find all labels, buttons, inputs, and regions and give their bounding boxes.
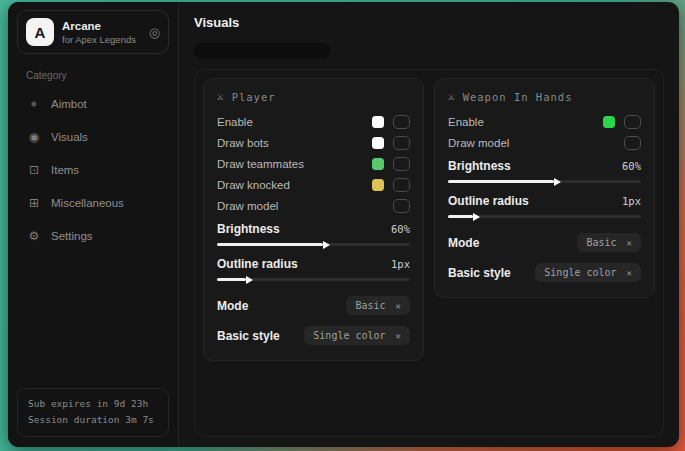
sidebar-item-label: Visuals [51,131,88,143]
sidebar-item-label: Aimbot [51,98,87,110]
eye-icon: ◉ [27,130,41,144]
slider-value: 60% [622,160,641,172]
toggle-label: Draw model [448,137,509,149]
tag-label: Basic [586,237,616,248]
select-row: Basic style Single color ✕ [448,259,641,286]
swords-icon: ⚔ [217,90,224,103]
app-window: A Arcane for Apex Legends ◎ Category ⌖ A… [8,2,679,447]
toggle-row: Draw teammates [217,153,410,174]
tag-label: Basic [355,300,385,311]
toggle-label: Enable [448,116,484,128]
select-tag[interactable]: Basic ✕ [577,233,641,252]
slider-label: Brightness [448,159,511,173]
toggle-row: Enable [217,111,410,132]
grid-icon: ⊞ [27,196,41,210]
tag-label: Single color [544,267,616,278]
slider-track[interactable] [217,278,410,281]
toggle-checkbox[interactable] [393,115,410,129]
app-name: Arcane [62,20,136,32]
tag-label: Single color [313,330,385,341]
toggle-list: Enable Draw model [448,111,641,153]
slider-fill [448,215,473,218]
slider-track[interactable] [217,243,410,246]
clear-icon[interactable]: ✕ [627,268,632,278]
toggle-row: Draw bots [217,132,410,153]
select-list: Mode Basic ✕ Basic style Single color ✕ [217,292,410,349]
slider-thumb[interactable] [323,241,330,249]
clear-icon[interactable]: ✕ [396,301,401,311]
box-icon: ⊡ [27,163,41,177]
toggle-row: Draw model [217,195,410,216]
slider-value: 60% [391,223,410,235]
session-duration-text: Session duration 3m 7s [28,412,158,429]
main-area: Visuals ⚔ Player Enable [179,2,679,447]
app-logo: A [26,18,54,46]
slider-track[interactable] [448,180,641,183]
toggle-list: Enable Draw bots [217,111,410,216]
toggle-checkbox[interactable] [393,157,410,171]
slider-value: 1px [622,195,641,207]
toggle-label: Draw bots [217,137,269,149]
gear-icon: ⚙ [27,229,41,243]
color-swatch[interactable] [603,116,615,128]
select-row: Basic style Single color ✕ [217,322,410,349]
color-swatch[interactable] [372,179,384,191]
sidebar-item-label: Items [51,164,79,176]
clear-icon[interactable]: ✕ [627,238,632,248]
slider-list: Brightness 60% Outline [217,222,410,281]
slider-thumb[interactable] [246,276,253,284]
select-tag[interactable]: Single color ✕ [304,326,410,345]
toggle-checkbox[interactable] [393,178,410,192]
color-swatch[interactable] [372,116,384,128]
panel-header: ⚔ Player [217,90,410,103]
app-header-card: A Arcane for Apex Legends ◎ [17,10,169,54]
toggle-checkbox[interactable] [393,199,410,213]
slider-label: Brightness [217,222,280,236]
color-swatch[interactable] [372,158,384,170]
slider-thumb[interactable] [473,213,480,221]
slider-fill [217,243,323,246]
toggle-row: Draw knocked [217,174,410,195]
slider-fill [217,278,246,281]
panel-title: Player [232,91,276,103]
toggle-label: Enable [217,116,253,128]
sidebar-item-label: Settings [51,230,93,242]
clear-icon[interactable]: ✕ [396,331,401,341]
select-tag[interactable]: Single color ✕ [535,263,641,282]
select-row: Mode Basic ✕ [217,292,410,319]
slider-list: Brightness 60% Outline [448,159,641,218]
slider-track[interactable] [448,215,641,218]
page-title: Visuals [194,15,664,30]
subscription-info-card: Sub expires in 9d 23h Session duration 3… [17,388,169,437]
sidebar-item-label: Miscellaneous [51,197,124,209]
tab-bar [194,43,330,59]
slider-row: Brightness 60% [217,222,410,246]
toggle-row: Enable [448,111,641,132]
target-icon[interactable]: ◎ [149,25,160,40]
slider-label: Outline radius [448,194,529,208]
toggle-checkbox[interactable] [624,136,641,150]
select-tag[interactable]: Basic ✕ [346,296,410,315]
panel-header: ⚔ Weapon In Hands [448,90,641,103]
slider-value: 1px [391,258,410,270]
category-label: Category [26,70,165,81]
sidebar-nav: ⌖ Aimbot ◉ Visuals ⊡ Items ⊞ Miscellaneo… [17,91,169,256]
crosshair-icon: ⌖ [27,97,41,111]
toggle-checkbox[interactable] [624,115,641,129]
toggle-label: Draw model [217,200,278,212]
select-label: Basic style [448,266,511,280]
slider-label: Outline radius [217,257,298,271]
swords-icon: ⚔ [448,90,455,103]
select-row: Mode Basic ✕ [448,229,641,256]
select-list: Mode Basic ✕ Basic style Single color ✕ [448,229,641,286]
toggle-row: Draw model [448,132,641,153]
toggle-checkbox[interactable] [393,136,410,150]
color-swatch[interactable] [372,137,384,149]
tab-content: ⚔ Player Enable Draw b [194,69,664,437]
select-label: Mode [217,299,248,313]
sub-expires-text: Sub expires in 9d 23h [28,396,158,413]
toggle-label: Draw knocked [217,179,290,191]
select-label: Mode [448,236,479,250]
slider-thumb[interactable] [554,178,561,186]
select-label: Basic style [217,329,280,343]
